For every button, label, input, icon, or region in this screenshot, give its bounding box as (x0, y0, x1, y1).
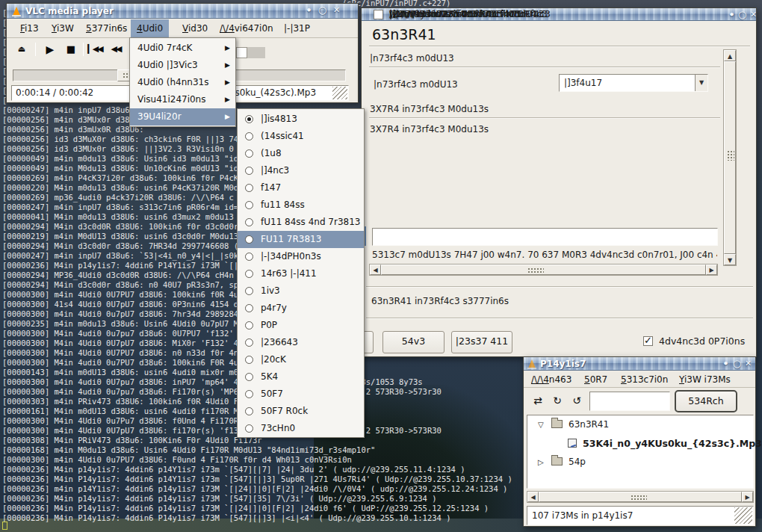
resize-grip-icon[interactable] (332, 87, 347, 99)
scrollbar-thumb[interactable] (381, 265, 706, 275)
menubar-item[interactable]: Yi3W (46, 19, 80, 38)
volume-slider-track[interactable] (247, 47, 265, 58)
menubar-item[interactable]: Fi13 (14, 19, 45, 38)
equalizer-preset-item[interactable]: FU11 7R3813 (238, 231, 364, 248)
menubar-item[interactable]: /\/\4n463 (525, 371, 577, 388)
equalizer-preset-item[interactable]: (1u8 (238, 145, 364, 162)
playlist-tree-row[interactable]: 54p (527, 453, 753, 471)
equalizer-preset-item[interactable]: |]is4813 (238, 111, 364, 128)
scroll-down-icon[interactable]: ▼ (724, 254, 736, 265)
rewind-button[interactable]: ◀◀ (107, 41, 125, 58)
menu-item[interactable]: 4Udi0 7r4cK (130, 40, 235, 57)
equalizer-preset-item[interactable]: |20cK (238, 351, 364, 368)
menu-item[interactable]: 4Udi0 (h4nn31s (130, 74, 235, 91)
eject-button[interactable]: ⏏ (13, 41, 31, 58)
playlist-tree-row[interactable]: 53K4i_n0_y4KUs0ku_{42s3c}.Mp3 (527, 434, 753, 453)
radio-icon[interactable] (245, 390, 253, 398)
search-button[interactable]: 534Rch (675, 390, 737, 412)
shade-button[interactable] (720, 358, 731, 369)
radio-icon[interactable] (245, 338, 253, 347)
close-button[interactable] (331, 4, 342, 16)
horizontal-scrollbar[interactable]: ◀ ▶ (369, 264, 718, 276)
scroll-left-icon[interactable]: ◀ (370, 265, 381, 275)
scroll-right-icon[interactable]: ▶ (742, 492, 753, 502)
menu-item[interactable]: 39U4li20r (130, 108, 235, 126)
shade-button[interactable] (303, 4, 315, 16)
close-button[interactable] (743, 358, 754, 369)
equalizer-preset-item[interactable]: |]4nc3 (238, 162, 364, 179)
playlist-tree-row[interactable]: 63n3R41 (527, 415, 753, 434)
tree-expander-icon[interactable] (538, 415, 544, 434)
equalizer-preset-item[interactable]: 14r63 |-|411 (238, 265, 364, 282)
menubar-item[interactable]: 5313c7i0n (615, 371, 674, 388)
advanced-options-checkbox[interactable] (643, 336, 653, 346)
radio-icon[interactable] (245, 132, 253, 140)
equalizer-preset-item[interactable]: p4r7y (238, 300, 364, 317)
menubar-item[interactable]: 5377in6s (80, 19, 133, 38)
scrollbar-thumb[interactable] (539, 492, 742, 502)
equalizer-preset-item[interactable]: 50F7 (238, 386, 364, 403)
close-button[interactable] (748, 9, 756, 20)
radio-icon[interactable] (245, 321, 253, 330)
equalizer-preset-item[interactable]: 1iv3 (238, 282, 364, 300)
checkbox[interactable] (374, 10, 383, 19)
playlist-titlebar[interactable]: P14y1is7 (524, 357, 755, 371)
play-button[interactable]: ▶ (41, 41, 59, 58)
module-text-input[interactable] (372, 228, 718, 246)
vlc-titlebar[interactable]: VLC media player (7, 4, 358, 19)
menubar-item[interactable]: Vid30 (176, 19, 214, 38)
radio-icon[interactable] (245, 201, 253, 209)
radio-icon[interactable] (245, 253, 253, 261)
chevron-down-icon[interactable]: ▼ (695, 75, 707, 91)
radio-icon[interactable] (245, 218, 253, 226)
tree-item-label[interactable]: 54p (569, 453, 586, 471)
shade-button[interactable] (726, 9, 737, 20)
maximize-button[interactable] (737, 9, 748, 20)
radio-icon[interactable] (245, 304, 253, 312)
scrollbar-thumb[interactable] (724, 61, 736, 254)
interface-module-select[interactable]: |]3f4u17 ▼ (559, 74, 708, 92)
equalizer-preset-item[interactable]: 50F7 R0ck (238, 403, 364, 420)
reset-all-button[interactable]: |23s37 411 (451, 331, 512, 353)
radio-icon[interactable] (245, 167, 253, 175)
radio-icon[interactable] (245, 270, 253, 278)
menu-item[interactable]: 4Udi0 |]3Vic3 (130, 57, 235, 74)
menu-item[interactable]: Visu41i247i0ns (130, 91, 235, 108)
equalizer-preset-item[interactable]: fu11 84ss (238, 197, 364, 214)
tree-item-label[interactable]: 63n3R41 (569, 415, 609, 434)
resize-grip-icon[interactable] (734, 507, 752, 524)
maximize-button[interactable] (731, 358, 743, 369)
radio-icon[interactable] (245, 407, 253, 415)
menubar-item[interactable]: 4Udi0 (131, 19, 169, 38)
save-button[interactable]: 54v3 (382, 331, 444, 353)
equalizer-preset-item[interactable]: |-|34dPH0n3s (238, 248, 364, 265)
menubar-item[interactable]: Yi3W i73Ms (673, 371, 737, 388)
previous-button[interactable]: ▎◀◀ (86, 41, 104, 58)
scroll-left-icon[interactable]: ◀ (527, 492, 539, 502)
menubar-item[interactable]: 50R7 (578, 371, 613, 388)
radio-icon[interactable] (245, 287, 253, 295)
menubar-item[interactable]: /\/4vi647i0n (214, 19, 279, 38)
tree-item-label[interactable]: 53K4i_n0_y4KUs0ku_{42s3c}.Mp3 (583, 434, 762, 453)
equalizer-preset-item[interactable]: 5K4 (238, 368, 364, 386)
radio-icon[interactable] (245, 373, 253, 381)
tree-expander-icon[interactable] (538, 453, 544, 471)
radio-icon[interactable] (245, 356, 253, 364)
horizontal-scrollbar[interactable]: ◀ ▶ (527, 491, 754, 503)
volume-slider[interactable] (236, 47, 247, 58)
menubar-item[interactable]: |-|31P (278, 19, 316, 38)
equalizer-preset-item[interactable]: f147 (238, 179, 364, 197)
radio-icon[interactable] (245, 184, 253, 192)
equalizer-preset-item[interactable]: 73cHn0 (238, 420, 364, 437)
radio-icon[interactable] (245, 235, 253, 244)
equalizer-preset-item[interactable]: |236643 (238, 334, 364, 351)
radio-icon[interactable] (245, 424, 253, 433)
vertical-scrollbar[interactable]: ▲ ▼ (723, 49, 737, 266)
radio-icon[interactable] (245, 149, 253, 158)
maximize-button[interactable] (317, 4, 328, 16)
equalizer-preset-item[interactable]: P0P (238, 317, 364, 334)
stop-button[interactable]: ■ (62, 41, 80, 58)
radio-icon[interactable] (245, 115, 253, 123)
equalizer-preset-item[interactable]: (14ssic41 (238, 128, 364, 145)
search-input[interactable] (589, 392, 670, 411)
